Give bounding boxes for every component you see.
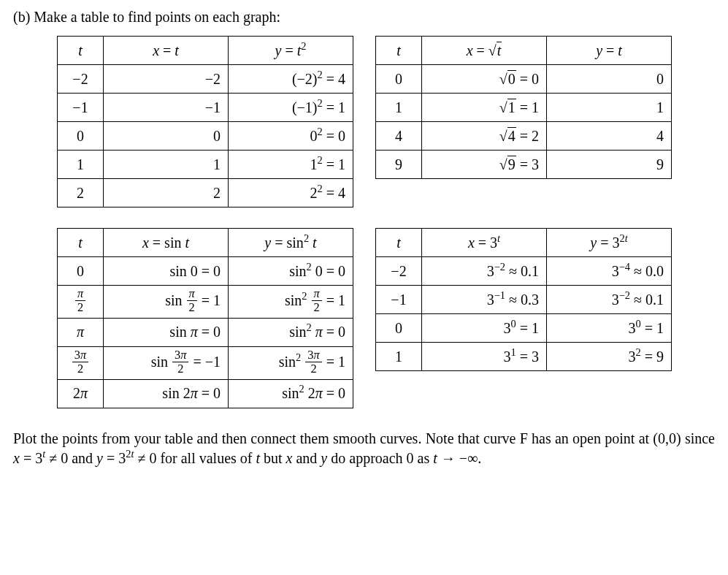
t2-hdr-y: y = t <box>547 37 672 65</box>
table-cell: sin 2π = 0 <box>104 379 229 408</box>
t4-hdr-t: t <box>376 229 422 257</box>
table-cell: 3π2 <box>58 346 104 379</box>
table-cell: 2 <box>58 179 104 207</box>
t4-hdr-y: y = 32t <box>547 229 672 257</box>
table-cell: sin 3π2 = −1 <box>104 346 229 379</box>
table-cell: 31 = 3 <box>422 343 547 371</box>
table-2: t x = t y = t 0 0 = 0 0 1 1 = 1 1 4 4 = … <box>375 36 672 179</box>
table-cell: sin2 π = 0 <box>229 318 353 346</box>
table-cell: 02 = 0 <box>229 122 353 151</box>
table-cell: 3−2 ≈ 0.1 <box>422 257 547 286</box>
t1-hdr-t: t <box>58 37 104 65</box>
t3-hdr-x: x = sin t <box>104 229 229 257</box>
table-cell: 2 <box>104 179 229 207</box>
table-cell: 4 = 2 <box>422 122 547 151</box>
table-cell: 3−4 ≈ 0.0 <box>547 257 672 286</box>
table-cell: 1 <box>547 94 672 122</box>
t1-hdr-y: y = t2 <box>229 37 353 65</box>
table-cell: 4 <box>547 122 672 151</box>
table-cell: 1 <box>58 151 104 179</box>
table-cell: sin2 π2 = 1 <box>229 286 353 319</box>
table-cell: 9 <box>376 151 422 179</box>
table-cell: (−2)2 = 4 <box>229 65 353 94</box>
table-cell: 22 = 4 <box>229 179 353 207</box>
table-cell: sin 0 = 0 <box>104 257 229 286</box>
table-4: t x = 3t y = 32t −2 3−2 ≈ 0.1 3−4 ≈ 0.0 … <box>375 228 672 371</box>
tables-row-2: t x = sin t y = sin2 t 0 sin 0 = 0 sin2 … <box>57 228 715 408</box>
table-cell: 30 = 1 <box>422 314 547 343</box>
table-3: t x = sin t y = sin2 t 0 sin 0 = 0 sin2 … <box>57 228 353 408</box>
table-cell: 30 = 1 <box>547 314 672 343</box>
table-cell: 0 <box>547 65 672 94</box>
table-cell: 32 = 9 <box>547 343 672 371</box>
table-cell: 0 <box>104 122 229 151</box>
table-cell: 0 <box>58 122 104 151</box>
table-cell: −2 <box>104 65 229 94</box>
table-cell: 0 <box>376 65 422 94</box>
table-cell: 2π <box>58 379 104 408</box>
table-cell: 9 <box>547 151 672 179</box>
table-cell: 1 <box>376 343 422 371</box>
table-cell: sin2 0 = 0 <box>229 257 353 286</box>
table-cell: −1 <box>104 94 229 122</box>
t2-hdr-t: t <box>376 37 422 65</box>
table-cell: −2 <box>58 65 104 94</box>
table-cell: 9 = 3 <box>422 151 547 179</box>
table-cell: 4 <box>376 122 422 151</box>
part-label: (b) <box>13 9 30 25</box>
table-cell: 3−1 ≈ 0.3 <box>422 286 547 314</box>
table-cell: −1 <box>58 94 104 122</box>
table-cell: sin2 3π2 = 1 <box>229 346 353 379</box>
table-cell: sin2 2π = 0 <box>229 379 353 408</box>
table-cell: 0 <box>58 257 104 286</box>
t3-hdr-y: y = sin2 t <box>229 229 353 257</box>
tables-row-1: t x = t y = t2 −2 −2 (−2)2 = 4 −1 −1 (−1… <box>57 36 715 207</box>
intro-line: (b) Make a table to find points on each … <box>13 9 715 26</box>
t4-hdr-x: x = 3t <box>422 229 547 257</box>
table-cell: 12 = 1 <box>229 151 353 179</box>
table-cell: 0 <box>376 314 422 343</box>
t1-hdr-x: x = t <box>104 37 229 65</box>
table-cell: (−1)2 = 1 <box>229 94 353 122</box>
t3-hdr-t: t <box>58 229 104 257</box>
table-cell: sin π = 0 <box>104 318 229 346</box>
table-1: t x = t y = t2 −2 −2 (−2)2 = 4 −1 −1 (−1… <box>57 36 353 207</box>
table-cell: sin π2 = 1 <box>104 286 229 319</box>
outro-paragraph: Plot the points from your table and then… <box>13 429 715 468</box>
table-cell: 1 = 1 <box>422 94 547 122</box>
table-cell: 1 <box>104 151 229 179</box>
table-cell: −1 <box>376 286 422 314</box>
table-cell: 1 <box>376 94 422 122</box>
table-cell: 0 = 0 <box>422 65 547 94</box>
table-cell: 3−2 ≈ 0.1 <box>547 286 672 314</box>
table-cell: π2 <box>58 286 104 319</box>
table-cell: −2 <box>376 257 422 286</box>
intro-text: Make a table to find points on each grap… <box>34 9 280 25</box>
t2-hdr-x: x = t <box>422 37 547 65</box>
table-cell: π <box>58 318 104 346</box>
